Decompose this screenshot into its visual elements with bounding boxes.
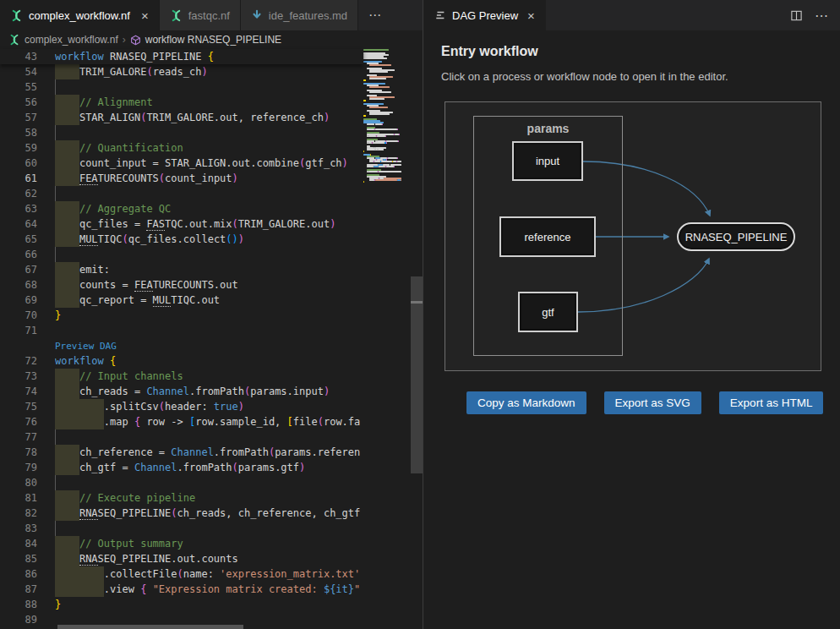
code-line[interactable]: 56 // Alignment — [0, 95, 363, 110]
code-line[interactable]: 78 ch_reference = Channel.fromPath(param… — [0, 445, 363, 460]
line-number[interactable]: 62 — [0, 186, 55, 201]
line-content[interactable] — [55, 323, 363, 338]
tab-dag-preview[interactable]: DAG Preview × — [423, 0, 546, 30]
line-number[interactable]: 64 — [0, 216, 55, 232]
line-content[interactable]: .splitCsv(header: true) — [55, 399, 363, 414]
line-content[interactable]: Preview DAG — [55, 338, 363, 353]
line-number[interactable]: 58 — [0, 125, 55, 140]
line-content[interactable]: RNASEQ_PIPELINE.out.counts — [55, 551, 363, 566]
code-line[interactable]: 66 — [0, 247, 363, 262]
line-content[interactable] — [55, 247, 363, 262]
code-line[interactable]: 69 qc_report = MULTIQC.out — [0, 293, 363, 308]
line-content[interactable]: counts = FEATURECOUNTS.out — [55, 277, 363, 293]
line-number[interactable]: 77 — [0, 429, 55, 445]
line-number[interactable]: 86 — [0, 566, 55, 582]
line-content[interactable]: // Aggregate QC — [55, 201, 363, 216]
node-reference[interactable]: reference — [499, 216, 596, 257]
code-line[interactable]: 68 counts = FEATURECOUNTS.out — [0, 277, 363, 293]
line-content[interactable]: // Alignment — [55, 95, 363, 110]
tab-ide-features[interactable]: ide_features.md — [241, 0, 358, 30]
line-number[interactable]: 56 — [0, 95, 55, 110]
line-number[interactable]: 74 — [0, 384, 55, 399]
line-number[interactable]: 54 — [0, 64, 55, 79]
code-line[interactable]: 73 // Input channels — [0, 369, 363, 384]
line-content[interactable]: // Quantification — [55, 140, 363, 156]
code-line[interactable]: 58 — [0, 125, 363, 140]
line-content[interactable]: count_input = STAR_ALIGN.out.combine(gtf… — [55, 156, 363, 171]
code-line[interactable]: 64 qc_files = FASTQC.out.mix(TRIM_GALORE… — [0, 216, 363, 232]
line-content[interactable]: RNASEQ_PIPELINE(ch_reads, ch_reference, … — [55, 506, 363, 521]
code-line[interactable]: 83 — [0, 521, 363, 536]
code-line[interactable]: 55 — [0, 79, 363, 95]
code-line[interactable]: 88} — [0, 597, 363, 612]
code-line[interactable]: 81 // Execute pipeline — [0, 490, 363, 506]
code-line[interactable]: 71 — [0, 323, 363, 338]
line-content[interactable]: // Output summary — [55, 536, 363, 551]
line-content[interactable]: } — [55, 597, 363, 612]
line-content[interactable]: emit: — [55, 262, 363, 277]
sticky-scroll-line[interactable]: 43workflow RNASEQ_PIPELINE { — [0, 49, 363, 64]
line-number[interactable]: 76 — [0, 414, 55, 429]
more-actions-icon[interactable]: ⋯ — [815, 8, 828, 24]
line-content[interactable]: qc_report = MULTIQC.out — [55, 293, 363, 308]
code-line[interactable]: 75 .splitCsv(header: true) — [0, 399, 363, 414]
line-content[interactable]: workflow RNASEQ_PIPELINE { — [55, 49, 363, 64]
code-line[interactable]: 59 // Quantification — [0, 140, 363, 156]
line-number[interactable]: 79 — [0, 460, 55, 475]
line-number[interactable]: 84 — [0, 536, 55, 551]
line-content[interactable]: FEATURECOUNTS(count_input) — [55, 171, 363, 186]
line-number[interactable]: 67 — [0, 262, 55, 277]
minimap[interactable] — [363, 49, 411, 206]
line-content[interactable]: STAR_ALIGN(TRIM_GALORE.out, reference_ch… — [55, 110, 363, 125]
code-line[interactable]: 85 RNASEQ_PIPELINE.out.counts — [0, 551, 363, 566]
node-input[interactable]: input — [512, 141, 583, 181]
breadcrumb-symbol[interactable]: workflow RNASEQ_PIPELINE — [145, 34, 281, 46]
line-number[interactable]: 63 — [0, 201, 55, 216]
code-line[interactable]: 43workflow RNASEQ_PIPELINE { — [0, 49, 363, 64]
code-line[interactable]: 77 — [0, 429, 363, 445]
line-number[interactable]: 82 — [0, 506, 55, 521]
line-number[interactable]: 57 — [0, 110, 55, 125]
line-number[interactable]: 75 — [0, 399, 55, 414]
code-line[interactable]: 82 RNASEQ_PIPELINE(ch_reads, ch_referenc… — [0, 506, 363, 521]
tab-complex-workflow[interactable]: complex_workflow.nf × — [0, 0, 160, 30]
code-line[interactable]: 72workflow { — [0, 353, 363, 369]
tab-fastqc[interactable]: fastqc.nf — [160, 0, 241, 30]
codelens-preview-dag[interactable]: Preview DAG — [55, 341, 117, 352]
line-content[interactable]: } — [55, 308, 363, 323]
close-icon[interactable]: × — [527, 8, 535, 23]
code-line[interactable]: 70} — [0, 308, 363, 323]
line-content[interactable]: MULTIQC(qc_files.collect()) — [55, 232, 363, 247]
code-line[interactable]: 79 ch_gtf = Channel.fromPath(params.gtf) — [0, 460, 363, 475]
line-content[interactable]: ch_reference = Channel.fromPath(params.r… — [55, 445, 363, 460]
line-content[interactable]: .map { row -> [row.sample_id, [file(row.… — [55, 414, 363, 429]
code-line[interactable]: 57 STAR_ALIGN(TRIM_GALORE.out, reference… — [0, 110, 363, 125]
horizontal-scrollbar-thumb[interactable] — [57, 625, 243, 629]
code-line[interactable]: 76 .map { row -> [row.sample_id, [file(r… — [0, 414, 363, 429]
line-number[interactable]: 88 — [0, 597, 55, 612]
line-content[interactable]: .collectFile(name: 'expression_matrix.tx… — [55, 566, 363, 582]
export-as-html-button[interactable]: Export as HTML — [719, 391, 824, 414]
vertical-scrollbar-thumb[interactable] — [411, 276, 423, 473]
line-number[interactable]: 73 — [0, 369, 55, 384]
code-line[interactable]: 65 MULTIQC(qc_files.collect()) — [0, 232, 363, 247]
code-line[interactable]: 61 FEATURECOUNTS(count_input) — [0, 171, 363, 186]
line-number[interactable]: 59 — [0, 140, 55, 156]
line-number[interactable]: 81 — [0, 490, 55, 506]
code-line[interactable]: 67 emit: — [0, 262, 363, 277]
line-number[interactable]: 80 — [0, 475, 55, 490]
line-number[interactable]: 66 — [0, 247, 55, 262]
line-number[interactable]: 85 — [0, 551, 55, 566]
line-number[interactable]: 71 — [0, 323, 55, 338]
line-number[interactable]: 72 — [0, 353, 55, 369]
line-content[interactable] — [55, 79, 363, 95]
code-line[interactable]: 86 .collectFile(name: 'expression_matrix… — [0, 566, 363, 582]
line-number[interactable]: 87 — [0, 582, 55, 597]
line-content[interactable] — [55, 521, 363, 536]
line-content[interactable] — [55, 125, 363, 140]
line-number[interactable]: 55 — [0, 79, 55, 95]
line-content[interactable]: .view { "Expression matrix created: ${it… — [55, 582, 363, 597]
node-rnaseq-pipeline[interactable]: RNASEQ_PIPELINE — [677, 222, 795, 251]
line-number[interactable]: 89 — [0, 612, 55, 627]
code-line[interactable]: 54 TRIM_GALORE(reads_ch) — [0, 64, 363, 79]
